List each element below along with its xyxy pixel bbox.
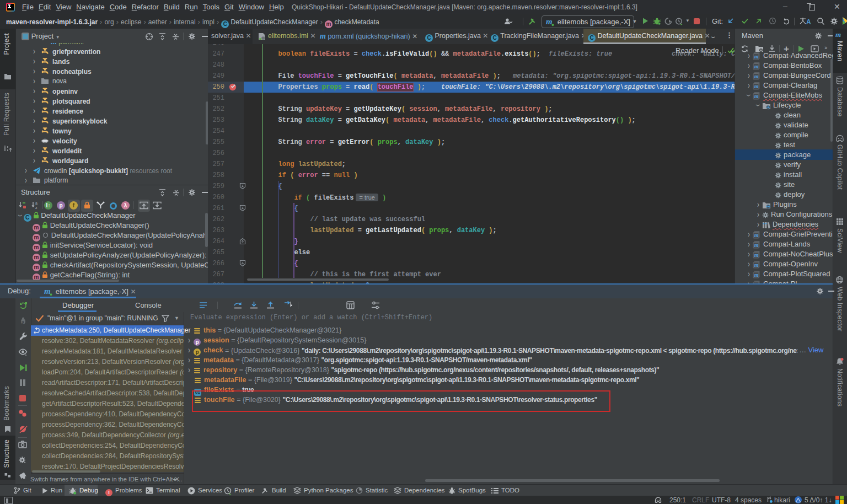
svg-text:m: m — [754, 252, 759, 258]
svg-text:m: m — [754, 73, 759, 79]
svg-text:m: m — [754, 63, 759, 69]
svg-text:m: m — [754, 93, 759, 99]
svg-text:m: m — [754, 53, 759, 60]
svg-text:m: m — [754, 232, 759, 238]
svg-text:a: a — [35, 201, 37, 205]
svg-text:A: A — [806, 18, 811, 25]
svg-text:z: z — [35, 206, 37, 210]
svg-text:m: m — [754, 242, 759, 248]
svg-text:m: m — [754, 262, 759, 268]
svg-text:9: 9 — [22, 320, 24, 325]
svg-text:m: m — [754, 83, 759, 89]
svg-text:m: m — [754, 272, 759, 278]
